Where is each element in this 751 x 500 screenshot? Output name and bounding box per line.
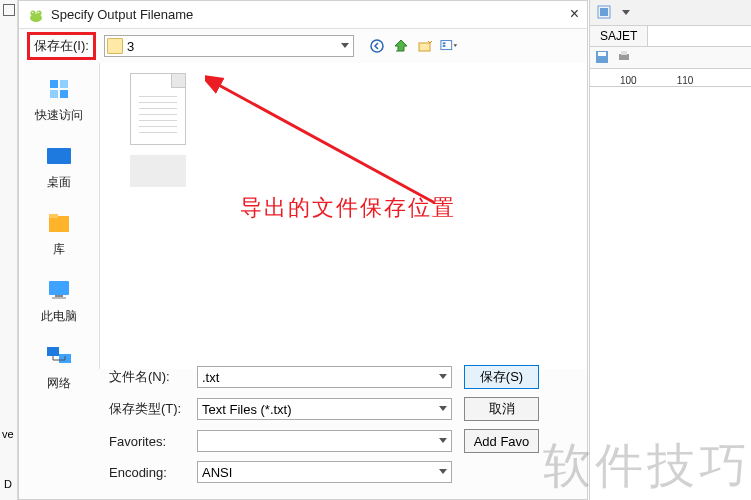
svg-rect-19 <box>52 297 66 299</box>
svg-point-3 <box>32 11 34 13</box>
filetype-value: Text Files (*.txt) <box>202 402 292 417</box>
svg-point-4 <box>38 11 40 13</box>
save-in-label: 保存在(I): <box>27 32 96 60</box>
ruler-mark: 110 <box>677 75 694 86</box>
svg-point-5 <box>371 40 383 52</box>
svg-rect-16 <box>49 214 58 218</box>
network-icon <box>43 341 75 373</box>
svg-rect-28 <box>621 51 627 55</box>
filename-value: .txt <box>202 370 219 385</box>
this-pc-icon <box>43 274 75 306</box>
file-thumbnail-2[interactable] <box>130 155 186 187</box>
left-strip-box <box>3 4 15 16</box>
place-label: 网络 <box>47 375 71 392</box>
svg-rect-17 <box>49 281 69 295</box>
left-strip-d: D <box>4 478 12 490</box>
filetype-label: 保存类型(T): <box>109 400 197 418</box>
place-label: 此电脑 <box>41 308 77 325</box>
desktop-icon <box>43 140 75 172</box>
back-icon[interactable] <box>368 37 386 55</box>
chevron-down-icon <box>439 469 447 474</box>
place-quick-access[interactable]: 快速访问 <box>35 73 83 124</box>
ruler-mark: 100 <box>620 75 637 86</box>
svg-rect-12 <box>50 90 58 98</box>
dialog-title: Specify Output Filename <box>51 7 193 22</box>
bottom-form: 文件名(N): .txt 保存(S) 保存类型(T): Text Files (… <box>109 365 577 491</box>
chevron-down-icon <box>439 374 447 379</box>
left-strip-ve: ve <box>2 428 14 440</box>
view-menu-icon[interactable] <box>440 37 458 55</box>
filename-input[interactable]: .txt <box>197 366 452 388</box>
svg-rect-10 <box>50 80 58 88</box>
encoding-label: Encoding: <box>109 465 197 480</box>
svg-line-22 <box>215 83 435 203</box>
up-icon[interactable] <box>392 37 410 55</box>
save-dialog: Specify Output Filename × 保存在(I): 3 快速访问… <box>18 0 588 500</box>
svg-rect-11 <box>60 80 68 88</box>
annotation-arrow <box>205 73 465 253</box>
side-panel: SAJET 100 110 <box>589 0 751 500</box>
place-desktop[interactable]: 桌面 <box>43 140 75 191</box>
file-thumbnail[interactable] <box>130 73 186 145</box>
side-save-icon[interactable] <box>594 49 612 67</box>
ruler: 100 110 <box>590 69 751 87</box>
svg-rect-9 <box>443 45 446 47</box>
folder-icon <box>107 38 123 54</box>
cancel-button[interactable]: 取消 <box>464 397 539 421</box>
favorites-select[interactable] <box>197 430 452 452</box>
side-paste-icon[interactable] <box>596 4 614 22</box>
folder-select[interactable]: 3 <box>104 35 354 57</box>
svg-rect-7 <box>441 41 452 50</box>
svg-rect-24 <box>600 8 608 16</box>
quick-access-icon <box>43 73 75 105</box>
svg-rect-14 <box>47 148 71 164</box>
filetype-select[interactable]: Text Files (*.txt) <box>197 398 452 420</box>
libraries-icon <box>43 207 75 239</box>
place-libraries[interactable]: 库 <box>43 207 75 258</box>
encoding-value: ANSI <box>202 465 232 480</box>
svg-rect-18 <box>55 295 63 297</box>
new-folder-icon[interactable] <box>416 37 434 55</box>
svg-rect-8 <box>443 42 446 44</box>
place-label: 桌面 <box>47 174 71 191</box>
svg-rect-13 <box>60 90 68 98</box>
place-network[interactable]: 网络 <box>43 341 75 392</box>
annotation-text: 导出的文件保存位置 <box>240 193 456 223</box>
svg-rect-6 <box>419 43 430 51</box>
svg-rect-15 <box>49 216 69 232</box>
svg-rect-26 <box>598 52 606 56</box>
place-label: 库 <box>53 241 65 258</box>
side-print-icon[interactable] <box>616 49 634 67</box>
side-tab-sajet[interactable]: SAJET <box>590 26 648 46</box>
svg-rect-20 <box>47 347 59 356</box>
places-bar: 快速访问 桌面 库 此电脑 网络 <box>19 63 99 369</box>
chevron-down-icon[interactable] <box>622 10 630 15</box>
folder-name: 3 <box>127 39 134 54</box>
app-icon <box>27 6 45 24</box>
titlebar: Specify Output Filename × <box>19 1 587 29</box>
favorites-label: Favorites: <box>109 434 197 449</box>
chevron-down-icon <box>439 406 447 411</box>
filename-label: 文件名(N): <box>109 368 197 386</box>
place-label: 快速访问 <box>35 107 83 124</box>
encoding-select[interactable]: ANSI <box>197 461 452 483</box>
chevron-down-icon <box>439 438 447 443</box>
place-this-pc[interactable]: 此电脑 <box>41 274 77 325</box>
chevron-down-icon <box>341 43 349 48</box>
add-favorite-button[interactable]: Add Favo <box>464 429 539 453</box>
save-button[interactable]: 保存(S) <box>464 365 539 389</box>
close-button[interactable]: × <box>570 5 579 23</box>
top-row: 保存在(I): 3 <box>19 29 587 63</box>
file-area[interactable]: 导出的文件保存位置 <box>99 63 587 369</box>
